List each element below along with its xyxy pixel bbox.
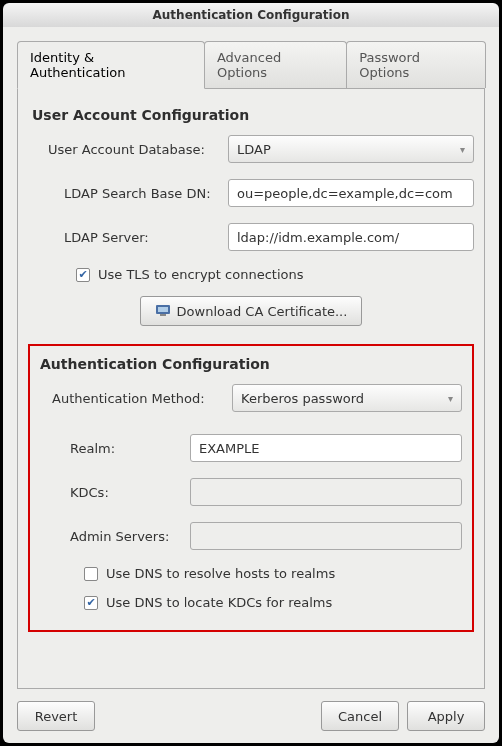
chevron-down-icon: ▾ [460,144,465,155]
realm-input[interactable] [190,434,462,462]
searchbase-input[interactable] [228,179,474,207]
cancel-button[interactable]: Cancel [321,701,399,731]
window-titlebar: Authentication Configuration [3,3,499,27]
revert-button[interactable]: Revert [17,701,95,731]
searchbase-label: LDAP Search Base DN: [28,186,228,201]
apply-button[interactable]: Apply [407,701,485,731]
download-icon [155,302,171,321]
tab-advanced[interactable]: Advanced Options [204,41,347,88]
tab-identity[interactable]: Identity & Authentication [17,41,205,89]
tls-label: Use TLS to encrypt connections [98,267,303,282]
tab-row: Identity & Authentication Advanced Optio… [17,41,485,89]
realm-label: Realm: [40,441,190,456]
svg-rect-1 [158,307,168,312]
ldapserver-label: LDAP Server: [28,230,228,245]
tab-pane: User Account Configuration User Account … [17,89,485,689]
kdcs-input[interactable] [190,478,462,506]
ldapserver-input[interactable] [228,223,474,251]
admin-label: Admin Servers: [40,529,190,544]
dns-resolve-label: Use DNS to resolve hosts to realms [106,566,335,581]
user-section-title: User Account Configuration [32,107,474,123]
auth-highlight-box: Authentication Configuration Authenticat… [28,344,474,632]
method-label: Authentication Method: [40,391,232,406]
method-select[interactable]: Kerberos password ▾ [232,384,462,412]
database-label: User Account Database: [28,142,228,157]
tab-password[interactable]: Password Options [346,41,486,88]
database-select[interactable]: LDAP ▾ [228,135,474,163]
chevron-down-icon: ▾ [448,393,453,404]
admin-input[interactable] [190,522,462,550]
kdcs-label: KDCs: [40,485,190,500]
svg-rect-2 [160,314,166,316]
dns-locate-label: Use DNS to locate KDCs for realms [106,595,332,610]
dns-locate-checkbox[interactable] [84,596,98,610]
download-ca-button[interactable]: Download CA Certificate... [140,296,363,326]
window-title: Authentication Configuration [153,8,350,22]
tls-checkbox[interactable] [76,268,90,282]
dns-resolve-checkbox[interactable] [84,567,98,581]
auth-section-title: Authentication Configuration [40,356,462,372]
